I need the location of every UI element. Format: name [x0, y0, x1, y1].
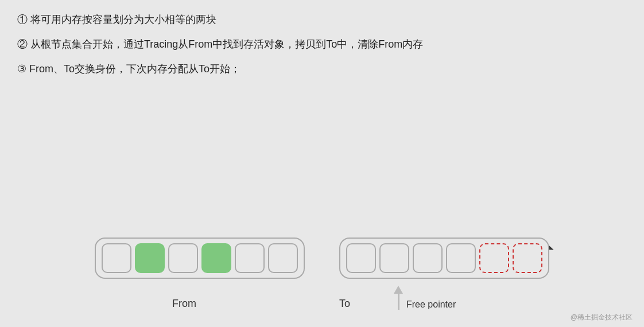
- free-pointer-area: Free pointer: [394, 286, 456, 310]
- to-cell-5-dashed: [479, 243, 509, 273]
- step-1-text: 将可用内存按容量划分为大小相等的两块: [28, 14, 216, 25]
- diagram-wrapper: [64, 238, 580, 279]
- from-cell-4: [201, 243, 231, 273]
- step-3: ③ From、To交换身份，下次内存分配从To开始；: [17, 61, 627, 77]
- from-cell-2: [135, 243, 165, 273]
- labels-row: From To Free pointer: [64, 286, 580, 310]
- arrow-up-shaft: [398, 294, 399, 310]
- step-1-number: ①: [17, 14, 28, 25]
- from-cell-5: [235, 243, 265, 273]
- step-3-number: ③: [17, 63, 26, 75]
- to-cell-6-dashed: [513, 243, 542, 273]
- arrow-up-head: [394, 286, 403, 294]
- free-pointer-arrow: [394, 286, 403, 310]
- step-1: ① 将可用内存按容量划分为大小相等的两块: [17, 11, 627, 28]
- from-cell-6: [268, 243, 298, 273]
- step-2-number: ②: [17, 38, 28, 50]
- step-2: ② 从根节点集合开始，通过Tracing从From中找到存活对象，拷贝到To中，…: [17, 36, 627, 53]
- to-cell-3: [413, 243, 443, 273]
- from-cell-1: [102, 243, 131, 273]
- from-cell-3: [168, 243, 198, 273]
- free-pointer-text: Free pointer: [406, 299, 456, 310]
- to-cell-2: [379, 243, 409, 273]
- from-memory-block: [95, 238, 305, 279]
- to-cell-4: [446, 243, 476, 273]
- boxes-row: [64, 238, 580, 279]
- step-2-text: 从根节点集合开始，通过Tracing从From中找到存活对象，拷贝到To中，清除…: [28, 38, 423, 50]
- to-cell-1: [346, 243, 376, 273]
- to-memory-block: [339, 238, 549, 279]
- from-label: From: [81, 298, 288, 310]
- content-area: ① 将可用内存按容量划分为大小相等的两块 ② 从根节点集合开始，通过Tracin…: [0, 0, 644, 96]
- watermark: @稀土掘金技术社区: [571, 313, 633, 322]
- step-3-text: From、To交换身份，下次内存分配从To开始；: [26, 63, 240, 75]
- diagram-area: From To Free pointer: [0, 238, 644, 310]
- to-label: To: [339, 298, 350, 310]
